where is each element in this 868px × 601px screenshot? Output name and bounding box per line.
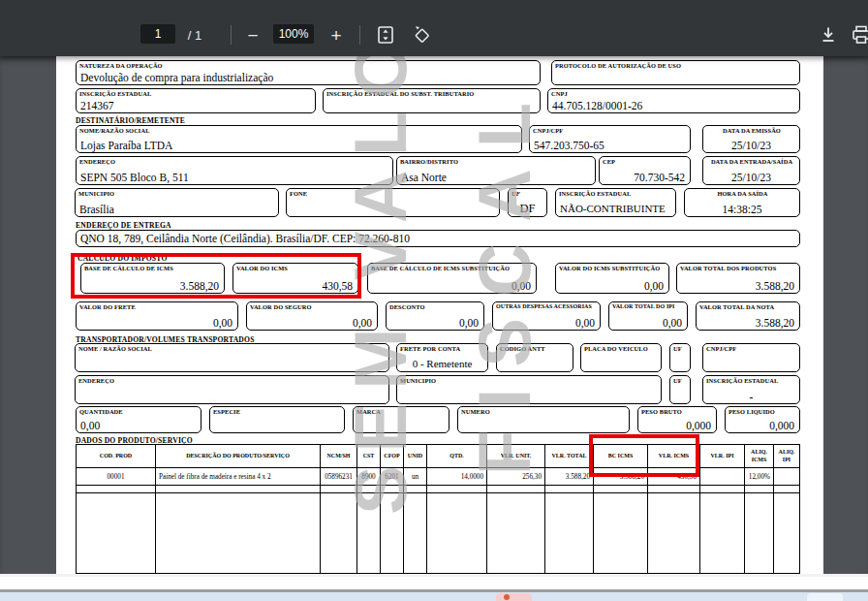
field-cnpj-cpf: CNPJ/CPF 547.203.750-65 — [529, 125, 691, 153]
zoom-in-button[interactable]: + — [326, 24, 347, 46]
section-destinatario: DESTINATÁRIO/REMETENTE — [76, 116, 185, 125]
print-button[interactable] — [850, 24, 868, 46]
toolbar-separator — [231, 25, 232, 45]
field-nome-razao-social: NOME/RAZÃO SOCIAL Lojas Paraíba LTDA — [76, 125, 522, 153]
zoom-out-button[interactable]: − — [242, 24, 264, 46]
field-desconto: DESCONTO 0,00 — [386, 301, 484, 331]
field-cep: CEP 70.730-542 — [599, 156, 691, 185]
field-inscricao-estadual: INSCRIÇÃO ESTADUAL 214367 — [76, 88, 316, 113]
field-transportador-municipio: MUNICIPIO — [396, 375, 662, 404]
rotate-button[interactable] — [410, 24, 433, 46]
field-valor-icms-st: VALOR DO ICMS SUBSTITUIÇÃO 0,00 — [555, 263, 669, 294]
field-ie-subst-tributario: INSCRIÇÃO ESTADUAL DO SUBST. TRIBUTARIO — [323, 88, 541, 113]
field-valor-seguro: VALOR DO SEGURO 0,00 — [246, 301, 378, 331]
field-transportador-uf2: UF — [669, 375, 691, 404]
fit-page-button[interactable] — [374, 24, 397, 46]
field-numero: NUMERO — [457, 406, 630, 433]
document-page: NATUREZA DA OPERAÇÃO Devolução de compra… — [56, 56, 823, 574]
field-quantidade: QUANTIDADE 0,00 — [76, 406, 202, 433]
host-page-background — [0, 574, 868, 589]
field-codigo-antt: CODIGO ANTT — [496, 343, 574, 372]
field-peso-bruto: PESO BRUTO 0,000 — [637, 406, 717, 433]
background-window-strip — [0, 592, 868, 601]
field-valor-total-ipi: VALOR TOTAL DO IPI 0,00 — [608, 301, 688, 331]
download-icon — [819, 25, 838, 45]
field-transportador-nome: NOME / RAZÃO SOCIAL — [75, 343, 389, 372]
rotate-ccw-icon — [412, 25, 432, 46]
screen: / 1 − + — [0, 0, 868, 601]
field-placa-veiculo: PLACA DO VEICULO — [580, 343, 662, 372]
field-transportador-ie: INSCRIÇÃO ESTADUAL - — [702, 375, 800, 404]
field-valor-total-produtos: VALOR TOTAL DOS PRODUTOS 3.588,20 — [676, 263, 800, 294]
zoom-level-input[interactable] — [273, 24, 314, 44]
field-transportador-endereco: ENDEREÇO — [75, 375, 389, 404]
field-especie: ESPECIE — [209, 406, 345, 433]
background-ui-fragment — [807, 593, 843, 601]
highlight-box-calculo-imposto — [71, 253, 361, 299]
field-endereco: ENDEREÇO SEPN 505 Bloco B, 511 — [76, 156, 393, 185]
background-record-button — [496, 593, 532, 601]
field-valor-total-nota: VALOR TOTAL DA NOTA 3.588,20 — [696, 301, 800, 331]
field-marca: MARCA — [353, 406, 450, 433]
page-number-input[interactable] — [140, 24, 175, 44]
field-valor-frete: VALOR DO FRETE 0,00 — [76, 301, 238, 331]
field-inscricao-estadual-destinatario: INSCRIÇÃO ESTADUAL NÃO-CONTRIBUINTE — [555, 188, 676, 217]
pdf-toolbar: / 1 − + — [0, 0, 868, 56]
field-data-entrada-saida: DATA DA ENTRADA/SAÍDA 25/10/23 — [702, 156, 800, 185]
highlight-box-icms-columns — [589, 434, 699, 477]
field-transportador-cnpj-cpf: CNPJ/CPF — [702, 343, 800, 372]
product-table-empty-row — [77, 486, 799, 493]
field-data-emissao: DATA DA EMISSÃO 25/10/23 — [702, 125, 800, 153]
field-cnpj: CNPJ 44.705.128/0001-26 — [547, 88, 800, 113]
product-table-filler — [77, 493, 799, 573]
field-natureza-operacao: NATUREZA DA OPERAÇÃO Devolução de compra… — [76, 60, 541, 85]
field-fone: FONE — [286, 188, 500, 217]
field-transportador-uf: UF — [669, 343, 691, 372]
print-icon — [851, 25, 868, 45]
page-count-label: / 1 — [180, 24, 209, 46]
field-protocolo: PROTOCOLO DE AUTORIZAÇÃO DE USO — [551, 60, 800, 85]
download-button[interactable] — [817, 24, 840, 46]
field-municipio: MUNICIPIO Brasília — [75, 188, 279, 217]
field-frete-por-conta: FRETE POR CONTA 0 - Remetente — [396, 343, 488, 372]
field-bairro-distrito: BAIRRO/DISTRITO Asa Norte — [396, 156, 596, 185]
field-hora-saida: HORA DA SAÍDA 14:38:25 — [684, 188, 800, 217]
record-dot-icon — [504, 594, 510, 600]
fit-page-icon — [376, 25, 395, 45]
field-outras-despesas: OUTRAS DESPESAS ACESSÓRIAS 0,00 — [492, 301, 601, 331]
field-base-calculo-icms-st: BASE DE CÁLCULO DE ICMS SUBSTITUIÇÃO 0,0… — [367, 263, 537, 294]
field-peso-liquido: PESO LIQUIDO 0,000 — [725, 406, 800, 433]
field-endereco-entrega: QNO 18, 789, Ceilândia Norte (Ceilândia)… — [76, 230, 800, 247]
field-uf: UF DF — [508, 188, 547, 217]
toolbar-separator — [359, 25, 360, 45]
section-endereco-entrega: ENDEREÇO DE ENTREGA — [76, 221, 171, 230]
pdf-viewer-area: NATUREZA DA OPERAÇÃO Devolução de compra… — [0, 56, 868, 574]
